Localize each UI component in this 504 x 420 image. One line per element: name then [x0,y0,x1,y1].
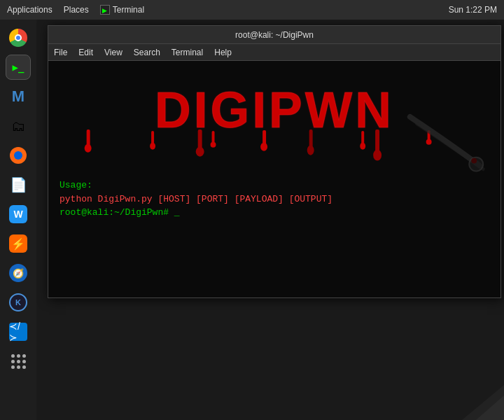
terminal-output: Usage: python DigiPwn.py [HOST] [PORT] [… [48,173,500,298]
usage-command-line: python DigiPwn.py [HOST] [PORT] [PAYLOAD… [59,192,489,206]
usage-command: python DigiPwn.py [HOST] [PORT] [PAYLOAD… [59,194,332,204]
menu-edit[interactable]: Edit [78,48,93,57]
taskbar-chrome[interactable] [6,25,31,50]
system-bar: Applications Places ▶ Terminal Sun 1:22 … [0,0,504,20]
svg-point-9 [196,147,204,157]
terminal-title: root@kali: ~/DigiPwn [235,30,314,40]
svg-point-15 [307,146,314,155]
taskbar-burpsuite[interactable]: ⚡ [6,231,31,256]
terminal-title-bar: root@kali: ~/DigiPwn [48,26,500,44]
terminal-indicator: ▶ Terminal [100,5,144,15]
taskbar-firefox[interactable] [6,143,31,168]
taskbar-kali[interactable]: K [6,290,31,315]
terminal-menu-bar: File Edit View Search Terminal Help [48,44,500,61]
taskbar-scanner[interactable]: 📄 [6,172,31,197]
digipwn-banner: DIGIPWN DIGIPWN DIGIPWN [48,61,500,173]
svg-point-7 [150,143,155,150]
terminal-mini-icon: ▶ [100,5,110,15]
svg-text:DIGIPWN: DIGIPWN [155,82,394,138]
grid-dots-icon [11,354,26,369]
corner-triangle-2 [476,396,504,420]
usage-line: Usage: [59,178,489,192]
menu-help[interactable]: Help [214,48,232,57]
svg-rect-10 [212,131,215,144]
command-prompt: root@kali:~/DigiPwn# _ [59,207,180,218]
terminal-content[interactable]: DIGIPWN DIGIPWN DIGIPWN [48,61,500,298]
taskbar-files[interactable]: 🗂 [6,113,31,139]
menu-search[interactable]: Search [134,48,160,57]
svg-point-5 [85,144,92,153]
system-bar-left: Applications Places ▶ Terminal [7,5,144,15]
terminal-window: root@kali: ~/DigiPwn File Edit View Sear… [48,25,501,298]
svg-point-17 [360,143,365,150]
system-clock: Sun 1:22 PM [449,5,497,15]
desktop: ▶_ M 🗂 📄 W ⚡ [0,20,504,420]
menu-terminal[interactable]: Terminal [172,48,203,57]
applications-menu[interactable]: Applications [7,5,52,15]
prompt-line: root@kali:~/DigiPwn# _ [59,206,489,220]
usage-label: Usage: [59,180,92,190]
svg-point-11 [211,142,216,148]
svg-point-19 [373,150,382,161]
taskbar-wavebox[interactable]: W [6,202,31,227]
menu-file[interactable]: File [54,48,67,57]
taskbar-mail[interactable]: M [6,84,31,109]
taskbar: ▶_ M 🗂 📄 W ⚡ [0,20,36,420]
terminal-label: Terminal [113,5,144,15]
taskbar-app-drawer[interactable] [6,349,31,374]
taskbar-terminal[interactable]: ▶_ [6,55,31,80]
places-menu[interactable]: Places [64,5,89,15]
svg-point-21 [426,139,432,145]
corner-decoration [448,378,504,420]
menu-view[interactable]: View [104,48,122,57]
banner-area: DIGIPWN DIGIPWN DIGIPWN [48,61,500,173]
taskbar-vscode[interactable]: ≺/≻ [6,319,31,344]
svg-point-23 [471,158,477,164]
svg-point-13 [260,143,267,151]
taskbar-browser[interactable]: 🧭 [6,260,31,286]
